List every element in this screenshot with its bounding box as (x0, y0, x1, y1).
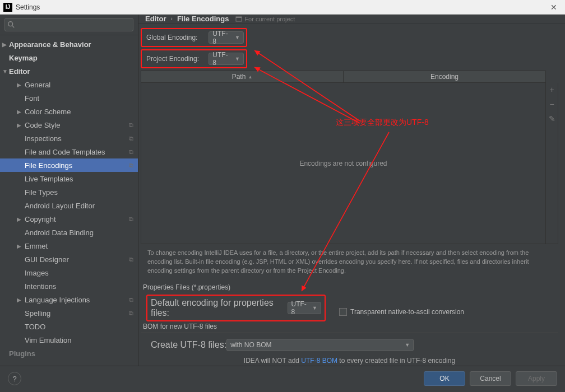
properties-section-title: Properties Files (*.properties) (141, 283, 558, 291)
tree-item-intentions[interactable]: Intentions (0, 279, 138, 293)
tree-item-label: Plugins (9, 349, 35, 358)
tree-item-label: Appearance & Behavior (9, 40, 91, 49)
tree-item-label: Vim Emulation (25, 336, 72, 344)
tree-item-label: General (25, 81, 50, 89)
main-panel: Editor › File Encodings For current proj… (138, 15, 565, 366)
tree-item-appearance-behavior[interactable]: ▶Appearance & Behavior (0, 38, 138, 51)
table-toolbar: + − ✎ (545, 83, 558, 244)
caret-down-icon: ▼ (235, 56, 240, 62)
tree-item-label: Code Style (25, 121, 61, 129)
tree-item-images[interactable]: Images (0, 266, 138, 279)
transparent-label: Transparent native-to-ascii conversion (350, 308, 464, 316)
create-utf8-combo[interactable]: with NO BOM▼ (226, 339, 414, 351)
utf8-bom-link[interactable]: UTF-8 BOM (301, 357, 337, 365)
tree-item-code-style[interactable]: ▶Code Style⧉ (0, 118, 138, 132)
caret-down-icon: ▼ (312, 305, 317, 311)
tree-item-label: Editor (9, 67, 30, 76)
tree-item-label: Android Layout Editor (25, 202, 95, 210)
tree-item-plugins[interactable]: Plugins (0, 347, 138, 360)
tree-item-keymap[interactable]: Keymap (0, 51, 138, 64)
current-project-badge: For current project (235, 16, 295, 22)
tree-item-label: TODO (25, 323, 45, 331)
tree-item-language-injections[interactable]: ▶Language Injections⧉ (0, 293, 138, 306)
tree-item-color-scheme[interactable]: ▶Color Scheme (0, 105, 138, 118)
tree-item-label: Spelling (25, 309, 50, 318)
properties-encoding-label: Default encoding for properties files: (151, 298, 288, 318)
tree-item-inspections[interactable]: Inspections⧉ (0, 132, 138, 145)
tree-item-label: Android Data Binding (25, 228, 94, 237)
chevron-right-icon: ▶ (17, 243, 22, 249)
tree-item-label: GUI Designer (25, 255, 69, 264)
button-bar: ? OK Cancel Apply (0, 366, 565, 391)
bom-note: IDEA will NOT add UTF-8 BOM to every cre… (141, 353, 558, 366)
tree-item-label: Font (25, 94, 39, 102)
tree-item-general[interactable]: ▶General (0, 78, 138, 91)
tree-item-gui-designer[interactable]: GUI Designer⧉ (0, 253, 138, 266)
sort-icon: ▲ (248, 74, 252, 80)
project-scope-icon: ⧉ (129, 148, 133, 156)
project-scope-icon: ⧉ (129, 122, 133, 129)
col-path[interactable]: Path▲ (141, 71, 344, 82)
project-scope-icon: ⧉ (129, 256, 133, 263)
remove-icon[interactable]: − (549, 100, 554, 109)
tree-item-android-data-binding[interactable]: Android Data Binding (0, 226, 138, 239)
svg-point-0 (8, 22, 13, 26)
breadcrumb-editor: Editor (145, 15, 166, 23)
chevron-right-icon: ▶ (17, 82, 22, 88)
project-scope-icon: ⧉ (129, 216, 133, 223)
tree-item-label: Color Scheme (25, 108, 71, 116)
global-encoding-label: Global Encoding: (144, 34, 209, 41)
create-utf8-label: Create UTF-8 files: (151, 340, 226, 350)
tree-item-label: Live Templates (25, 175, 73, 183)
edit-icon[interactable]: ✎ (549, 114, 555, 123)
tree-item-todo[interactable]: TODO (0, 320, 138, 333)
ok-button[interactable]: OK (424, 371, 465, 386)
global-encoding-combo[interactable]: UTF-8▼ (209, 31, 244, 44)
tree-item-copyright[interactable]: ▶Copyright⧉ (0, 212, 138, 226)
search-input[interactable] (4, 18, 133, 31)
svg-rect-3 (236, 17, 242, 18)
properties-encoding-combo[interactable]: UTF-8▼ (288, 302, 322, 314)
chevron-right-icon: ▶ (17, 216, 22, 222)
tree-item-label: File Types (25, 188, 58, 197)
chevron-right-icon: ▶ (17, 122, 22, 128)
add-icon[interactable]: + (549, 85, 554, 94)
tree-item-file-encodings[interactable]: File Encodings⧉ (0, 158, 138, 172)
tree-item-vim-emulation[interactable]: Vim Emulation (0, 333, 138, 347)
chevron-right-icon: ▶ (17, 109, 22, 115)
tree-item-emmet[interactable]: ▶Emmet (0, 239, 138, 253)
project-scope-icon: ⧉ (129, 310, 133, 317)
caret-down-icon: ▼ (235, 35, 240, 40)
empty-message: Encodings are not configured (299, 160, 387, 167)
cancel-button[interactable]: Cancel (470, 371, 511, 386)
tree-item-label: Copyright (25, 215, 56, 223)
tree-item-file-and-code-templates[interactable]: File and Code Templates⧉ (0, 145, 138, 158)
chevron-right-icon: ▶ (17, 297, 22, 303)
bom-section-title: BOM for new UTF-8 files (141, 323, 558, 333)
tree-item-live-templates[interactable]: Live Templates (0, 172, 138, 185)
apply-button[interactable]: Apply (516, 371, 557, 386)
tree-item-font[interactable]: Font (0, 91, 138, 105)
svg-line-1 (12, 26, 15, 28)
breadcrumb-encodings: File Encodings (177, 15, 229, 23)
breadcrumb: Editor › File Encodings For current proj… (138, 15, 565, 24)
tree-item-label: File Encodings (25, 161, 72, 170)
transparent-checkbox[interactable] (339, 308, 347, 316)
project-encoding-combo[interactable]: UTF-8▼ (209, 53, 244, 65)
tree-item-spelling[interactable]: Spelling⧉ (0, 306, 138, 320)
window-title: Settings (16, 3, 40, 11)
tree-item-label: Intentions (25, 282, 56, 291)
col-encoding[interactable]: Encoding (344, 71, 545, 82)
tree-item-file-types[interactable]: File Types (0, 185, 138, 199)
tree-item-android-layout-editor[interactable]: Android Layout Editor (0, 199, 138, 212)
caret-down-icon: ▼ (405, 342, 410, 348)
encoding-table-header: Path▲ Encoding (141, 71, 546, 83)
tree-item-editor[interactable]: ▼Editor (0, 64, 138, 78)
chevron-right-icon: ▶ (2, 41, 8, 48)
tree-item-label: Images (25, 269, 49, 277)
tree-item-label: File and Code Templates (25, 148, 105, 156)
close-icon[interactable]: ✕ (546, 3, 562, 12)
chevron-down-icon: ▼ (2, 68, 8, 74)
help-button[interactable]: ? (8, 372, 21, 385)
tree-item-label: Emmet (25, 242, 48, 250)
